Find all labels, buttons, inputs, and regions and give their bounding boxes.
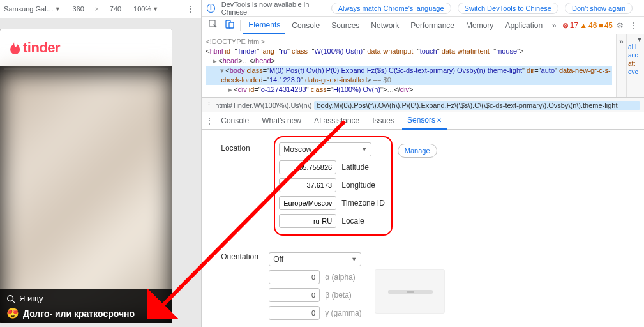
main-tabs: Elements Console Sources Network Perform… — [202, 17, 644, 34]
device-frame: tinder Я ищу 😍 Долго- или краткосрочно — [0, 18, 201, 327]
tinder-flame-icon — [8, 40, 20, 56]
location-section: Location Moscow▼ Latitude Longitude Time… — [221, 136, 644, 236]
styles-sidebar[interactable]: ▼ aLi acc att ove — [626, 34, 644, 97]
dom-doctype[interactable]: <!DOCTYPE html> — [206, 37, 612, 47]
crumb-html[interactable]: html#Tinder.W\(100\%\).Us\(n\) — [215, 102, 311, 109]
device-menu-icon[interactable]: ⋮ — [182, 4, 198, 14]
svg-line-1 — [13, 300, 15, 303]
dom-body[interactable]: ⋯▾<body class="M(0) Pos(f) Ov(h) P(0) Ex… — [206, 66, 612, 75]
info-bar: i DevTools is now available in Chinese! … — [202, 0, 644, 17]
alpha-input[interactable] — [269, 270, 320, 284]
drawer-tab-console[interactable]: Console — [216, 112, 254, 129]
devtools-menu-icon[interactable]: ⋮ — [627, 21, 640, 30]
gamma-label: γ (gamma) — [325, 308, 361, 317]
location-label: Location — [221, 136, 269, 153]
tab-performance[interactable]: Performance — [405, 17, 460, 34]
dont-show-button[interactable]: Don't show again — [565, 3, 633, 14]
drawer-menu-icon[interactable]: ⋮ — [206, 116, 213, 125]
error-count[interactable]: ⊗17 — [562, 21, 578, 30]
warning-count[interactable]: ▲46 — [580, 21, 597, 30]
breadcrumb[interactable]: ⋮ html#Tinder.W\(100\%\).Us\(n\) body.M\… — [202, 98, 644, 112]
manage-button[interactable]: Manage — [398, 144, 437, 158]
tab-memory[interactable]: Memory — [461, 17, 498, 34]
device-height[interactable]: 740 — [103, 5, 128, 13]
orientation-visual[interactable] — [375, 269, 445, 314]
looking-for-row: Я ищу — [6, 294, 166, 303]
longitude-input[interactable] — [279, 178, 336, 192]
longitude-label: Longitude — [341, 181, 375, 190]
styles-expand-icon[interactable]: » — [616, 34, 626, 97]
devtools-panel: i DevTools is now available in Chinese! … — [201, 0, 644, 327]
tab-application[interactable]: Application — [500, 17, 548, 34]
close-icon[interactable]: ✕ — [437, 117, 442, 124]
dimension-separator: × — [95, 5, 99, 13]
svg-rect-5 — [229, 22, 234, 28]
search-icon — [6, 294, 15, 303]
info-message: DevTools is now available in Chinese! — [221, 1, 325, 16]
timezone-input[interactable] — [279, 196, 336, 210]
tab-network[interactable]: Network — [366, 17, 404, 34]
latitude-input[interactable] — [279, 160, 336, 174]
dom-html[interactable]: <html id="Tinder" lang="ru" class="W(100… — [206, 47, 612, 56]
dom-tree[interactable]: <!DOCTYPE html> <html id="Tinder" lang="… — [202, 34, 616, 97]
tab-console[interactable]: Console — [287, 17, 325, 34]
timezone-label: Timezone ID — [341, 199, 385, 208]
drawer-tab-issues[interactable]: Issues — [367, 112, 400, 129]
dom-tree-container: <!DOCTYPE html> <html id="Tinder" lang="… — [202, 34, 644, 98]
device-toolbar: Samsung Gal…▼ 360 × 740 100%▼ ⋮ — [0, 0, 201, 18]
app-header: tinder — [0, 29, 172, 66]
crumb-body[interactable]: body.M\(0\).Pos\(f\).Ov\(h\).P\(0\).Expa… — [314, 101, 640, 110]
settings-icon[interactable]: ⚙ — [614, 21, 626, 30]
device-width[interactable]: 360 — [66, 5, 91, 13]
orientation-label: Orientation — [221, 252, 269, 261]
looking-for-label: Я ищу — [19, 294, 43, 303]
relationship-text: Долго- или краткосрочно — [23, 308, 135, 319]
dom-div1[interactable]: ▸<div id="o-1274314283" class="H(100%) O… — [206, 85, 612, 95]
sensors-panel: Location Moscow▼ Latitude Longitude Time… — [202, 130, 644, 327]
alpha-label: α (alpha) — [325, 273, 356, 282]
gamma-input[interactable] — [269, 306, 320, 320]
phone-screen: tinder Я ищу 😍 Долго- или краткосрочно — [0, 29, 172, 323]
beta-input[interactable] — [269, 288, 320, 302]
orientation-select[interactable]: Off▼ — [269, 252, 361, 266]
relationship-row: 😍 Долго- или краткосрочно — [6, 307, 166, 319]
drawer-tabs: ⋮ Console What's new AI assistance Issue… — [202, 112, 644, 130]
dom-body-cont[interactable]: check-loaded="14.1223.0" data-gr-ext-ins… — [206, 75, 612, 85]
latitude-label: Latitude — [341, 163, 369, 172]
tab-sources[interactable]: Sources — [326, 17, 364, 34]
profile-photo[interactable] — [0, 72, 172, 323]
crumb-kebab-icon[interactable]: ⋮ — [206, 101, 213, 109]
locale-label: Locale — [341, 217, 364, 225]
more-tabs-icon[interactable]: » — [549, 19, 560, 32]
orientation-section: Orientation Off▼ α (alpha) β (beta) — [221, 252, 644, 327]
brand-text: tinder — [23, 40, 60, 56]
tab-elements[interactable]: Elements — [243, 17, 285, 34]
device-selector[interactable]: Samsung Gal…▼ — [3, 4, 62, 14]
device-emulator-pane: Samsung Gal…▼ 360 × 740 100%▼ ⋮ tinder Я… — [0, 0, 201, 327]
profile-bottom-overlay: Я ищу 😍 Долго- или краткосрочно — [0, 289, 172, 323]
drawer-tab-ai[interactable]: AI assistance — [309, 112, 364, 129]
switch-chinese-button[interactable]: Switch DevTools to Chinese — [458, 3, 558, 14]
inspect-icon[interactable] — [206, 18, 221, 33]
locale-input[interactable] — [279, 214, 336, 228]
location-select[interactable]: Moscow▼ — [279, 142, 371, 156]
heart-eyes-icon: 😍 — [6, 307, 19, 319]
dom-head[interactable]: ▸<head>…</head> — [206, 56, 612, 66]
progress-bar — [4, 68, 168, 70]
match-language-button[interactable]: Always match Chrome's language — [331, 3, 451, 14]
device-toggle-icon[interactable] — [222, 18, 237, 33]
zoom-selector[interactable]: 100%▼ — [132, 4, 160, 14]
beta-label: β (beta) — [325, 291, 352, 300]
drawer-tab-sensors[interactable]: Sensors✕ — [402, 112, 447, 130]
issue-count[interactable]: ■45 — [598, 21, 613, 30]
drawer-tab-whatsnew[interactable]: What's new — [257, 112, 306, 129]
location-highlight-box: Moscow▼ Latitude Longitude Timezone ID L… — [274, 136, 393, 236]
info-icon: i — [207, 4, 215, 13]
svg-point-0 — [8, 295, 13, 301]
